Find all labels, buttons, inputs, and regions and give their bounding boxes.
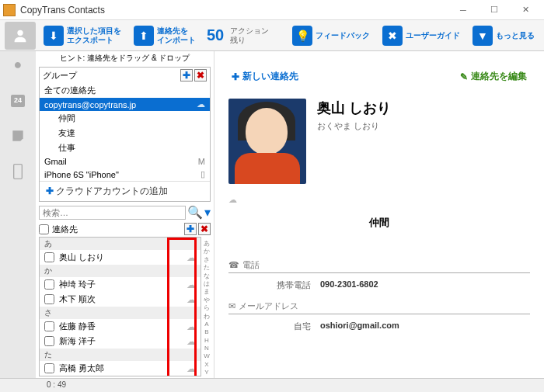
contact-checkbox[interactable]	[44, 321, 54, 331]
add-cloud-account[interactable]: ✚ クラウドアカウントの追加	[40, 181, 210, 201]
contact-row[interactable]: 高橋 勇太郎☁	[40, 361, 201, 376]
close-button[interactable]: ✕	[510, 1, 541, 19]
index-char[interactable]: あ	[201, 240, 212, 248]
index-char[interactable]: わ	[201, 313, 212, 321]
group-add-button[interactable]: ✚	[180, 69, 193, 82]
section-header: ま	[40, 376, 201, 376]
contact-checkbox[interactable]	[44, 363, 54, 373]
contact-row[interactable]: 奥山 しおり☁	[40, 250, 201, 265]
index-char[interactable]: な	[201, 272, 212, 280]
index-char[interactable]: B	[201, 328, 212, 336]
contact-header-label: 連絡先	[52, 224, 183, 235]
action-remaining: アクション 残り	[230, 26, 269, 45]
new-contact-button[interactable]: ✚ 新しい連絡先	[232, 70, 298, 83]
contact-cloud-icon: ☁	[228, 195, 530, 205]
nav-chat-icon[interactable]: ●	[6, 53, 30, 76]
section-header: た	[40, 349, 201, 361]
contact-checkbox[interactable]	[44, 336, 54, 346]
group-header-label: グループ	[43, 70, 179, 82]
plus-icon: ✚	[232, 71, 239, 82]
group-delete-button[interactable]: ✖	[194, 69, 207, 82]
status-time: 0 : 49	[47, 380, 66, 389]
phone-section: ☎ 電話	[228, 259, 530, 273]
contact-row[interactable]: 佐藤 静香☁	[40, 319, 201, 334]
nav-note-icon[interactable]	[6, 124, 30, 147]
nav-phone-icon[interactable]	[6, 160, 30, 183]
profile-toolbar-icon[interactable]	[5, 22, 36, 50]
feedback-icon: 💡	[292, 26, 312, 46]
section-header: あ	[40, 238, 201, 250]
phone-icon: ▯	[201, 169, 205, 179]
import-icon: ⬆	[134, 26, 154, 46]
index-char[interactable]: W	[201, 352, 212, 360]
cloud-icon: ☁	[197, 99, 205, 109]
maximize-button[interactable]: ☐	[479, 1, 510, 19]
app-title: CopyTrans Contacts	[20, 5, 448, 16]
filter-icon[interactable]: ▾	[204, 205, 211, 220]
contact-name-cell: 奥山 しおり	[59, 252, 187, 263]
guide-icon: ✖	[382, 26, 403, 46]
group-sub-item[interactable]: 仲間	[40, 111, 210, 126]
group-iphone[interactable]: iPhone 6S "iPhone" ▯	[40, 168, 210, 181]
contact-header: 奥山 しおり おくやま しおり	[228, 99, 530, 184]
more-button[interactable]: ▼ もっと見る	[468, 22, 539, 50]
chevron-down-icon: ▼	[473, 26, 493, 46]
index-char[interactable]: や	[201, 297, 212, 304]
index-strip[interactable]: あかさたなはまやらわABHNWXYZ#	[201, 237, 212, 376]
index-char[interactable]: A	[201, 321, 212, 328]
email-field: 自宅 oshiori@gmail.com	[225, 317, 533, 335]
index-char[interactable]: ま	[201, 288, 212, 296]
contact-name-cell: 新海 洋子	[59, 335, 187, 347]
contact-row[interactable]: 木下 順次☁	[40, 292, 201, 307]
index-char[interactable]: ら	[201, 304, 212, 312]
feedback-button[interactable]: 💡 フィードバック	[288, 22, 375, 50]
export-icon: ⬇	[44, 26, 64, 46]
group-sub-item[interactable]: 友達	[40, 126, 210, 140]
edit-contact-button[interactable]: ✎ 連絡先を編集	[460, 70, 527, 83]
group-all-contacts[interactable]: 全ての連絡先	[40, 83, 210, 98]
feedback-label: フィードバック	[316, 31, 370, 40]
index-char[interactable]: さ	[201, 256, 212, 264]
phone-field: 携帯電話 090-2301-6802	[225, 276, 533, 294]
import-button[interactable]: ⬆ 連絡先を インポート	[129, 22, 201, 50]
select-all-checkbox[interactable]	[39, 224, 49, 234]
index-char[interactable]: は	[201, 280, 212, 288]
contact-checkbox[interactable]	[44, 252, 54, 262]
guide-button[interactable]: ✖ ユーザーガイド	[378, 22, 465, 50]
group-selected-account[interactable]: copytrans@copytrans.jp ☁	[40, 98, 210, 111]
nav-calendar-icon[interactable]: 24	[6, 88, 30, 112]
contact-checkbox[interactable]	[44, 294, 54, 304]
detail-actions: ✚ 新しい連絡先 ✎ 連絡先を編集	[225, 57, 533, 92]
left-panel: ヒント: 連絡先をドラッグ & ドロップ グループ ✚ ✖ 全ての連絡先 cop…	[36, 51, 214, 378]
index-char[interactable]: Y	[201, 369, 212, 376]
contact-delete-button[interactable]: ✖	[198, 223, 211, 235]
group-gmail[interactable]: Gmail M	[40, 155, 210, 168]
export-button[interactable]: ⬇ 選択した項目を エクスポート	[39, 22, 126, 50]
contact-name: 奥山 しおり	[317, 99, 391, 117]
guide-label: ユーザーガイド	[406, 31, 460, 40]
section-header: か	[40, 265, 201, 277]
contact-row[interactable]: 神埼 玲子☁	[40, 277, 201, 292]
section-header: さ	[40, 307, 201, 319]
contact-row[interactable]: 新海 洋子☁	[40, 334, 201, 349]
export-label: 選択した項目を エクスポート	[67, 26, 121, 45]
email-value: oshiori@gmail.com	[320, 321, 399, 332]
cloud-icon: ☁	[187, 336, 196, 347]
group-sub-item[interactable]: 仕事	[40, 140, 210, 155]
cloud-icon: ☁	[187, 363, 196, 374]
search-input[interactable]	[39, 206, 186, 220]
titlebar: CopyTrans Contacts ─ ☐ ✕	[0, 0, 544, 20]
index-char[interactable]: か	[201, 248, 212, 255]
index-char[interactable]: N	[201, 345, 212, 352]
email-section-icon: ✉	[228, 301, 235, 311]
index-char[interactable]: X	[201, 361, 212, 369]
search-icon[interactable]: 🔍	[187, 205, 203, 220]
contact-name-cell: 佐藤 静香	[59, 321, 187, 332]
index-char[interactable]: H	[201, 337, 212, 345]
index-char[interactable]: た	[201, 264, 212, 272]
contact-checkbox[interactable]	[44, 279, 54, 290]
minimize-button[interactable]: ─	[448, 1, 479, 19]
contact-add-button[interactable]: ✚	[184, 223, 197, 235]
contact-name-cell: 高橋 勇太郎	[59, 363, 187, 374]
search-row: 🔍 ▾	[36, 203, 214, 221]
